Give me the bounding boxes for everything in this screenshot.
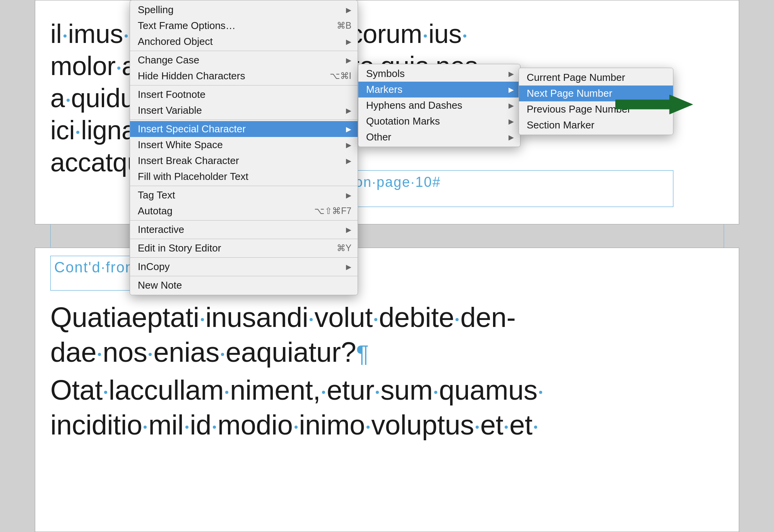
arrow-icon: ▶ [509,101,514,110]
menu-item-quotation-marks[interactable]: Quotation Marks ▶ [358,113,520,129]
arrow-icon: ▶ [346,38,351,46]
menu-item-edit-story-editor[interactable]: Edit in Story Editor ⌘Y [130,240,358,256]
menu-separator [130,51,358,51]
arrow-icon: ▶ [346,141,351,149]
arrow-icon: ▶ [346,56,351,65]
menu-item-fill-placeholder[interactable]: Fill with Placeholder Text [130,169,358,185]
arrow-icon: ▶ [346,191,351,200]
menu-item-anchored-object[interactable]: Anchored Object ▶ [130,34,358,50]
menu-separator [130,85,358,86]
lower-page-text: Quatiaeptatiinusandivolutdebiteden‑ daen… [50,300,662,442]
menu-item-hide-hidden-chars[interactable]: Hide Hidden Characters ⌥⌘I [130,68,358,84]
svg-marker-0 [615,95,693,114]
menu-separator [130,276,358,276]
menu-item-incopy[interactable]: InCopy ▶ [130,259,358,275]
arrow-icon: ▶ [346,125,351,133]
context-menu-l1: Spelling ▶ Text Frame Options… ⌘B Anchor… [130,0,358,295]
menu-item-current-page-number[interactable]: Current Page Number [519,70,673,86]
menu-separator [130,220,358,221]
menu-item-insert-break-char[interactable]: Insert Break Character ▶ [130,153,358,169]
arrow-icon: ▶ [346,226,351,234]
arrow-icon: ▶ [509,117,514,126]
menu-item-autotag[interactable]: Autotag ⌥⇧⌘F7 [130,203,358,219]
menu-item-new-note[interactable]: New Note [130,277,358,293]
menu-item-hyphens-dashes[interactable]: Hyphens and Dashes ▶ [358,98,520,113]
arrow-icon: ▶ [346,6,351,14]
menu-item-text-frame-options[interactable]: Text Frame Options… ⌘B [130,18,358,34]
menu-item-insert-footnote[interactable]: Insert Footnote [130,87,358,103]
menu-item-symbols[interactable]: Symbols ▶ [358,66,520,82]
arrow-icon: ▶ [346,263,351,271]
arrow-icon: ▶ [509,86,514,94]
menu-item-insert-white-space[interactable]: Insert White Space ▶ [130,137,358,153]
menu-item-other[interactable]: Other ▶ [358,129,520,145]
menu-item-tag-text[interactable]: Tag Text ▶ [130,187,358,203]
menu-item-markers[interactable]: Markers ▶ [358,82,520,98]
menu-item-insert-variable[interactable]: Insert Variable ▶ [130,103,358,118]
menu-item-interactive[interactable]: Interactive ▶ [130,222,358,238]
menu-separator [130,186,358,186]
menu-separator [130,120,358,120]
arrow-icon: ▶ [346,157,351,165]
menu-item-spelling[interactable]: Spelling ▶ [130,2,358,18]
menu-separator [130,257,358,258]
arrow-annotation [615,93,693,118]
arrow-icon: ▶ [509,70,514,78]
arrow-icon: ▶ [346,106,351,115]
menu-item-change-case[interactable]: Change Case ▶ [130,52,358,68]
arrow-icon: ▶ [509,133,514,142]
menu-separator [130,239,358,239]
arrow-svg [615,93,693,116]
menu-item-insert-special-char[interactable]: Insert Special Character ▶ [130,121,358,137]
menu-item-section-marker[interactable]: Section Marker [519,117,673,133]
context-menu-l2: Symbols ▶ Markers ▶ Hyphens and Dashes ▶… [358,64,521,147]
